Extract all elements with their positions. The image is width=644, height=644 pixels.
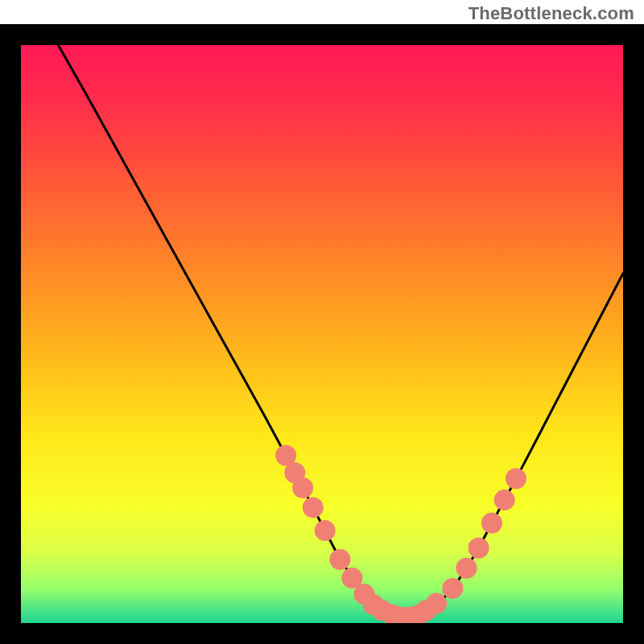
chart-frame	[0, 24, 644, 644]
curve-marker	[329, 549, 350, 570]
watermark-text: TheBottleneck.com	[469, 3, 634, 24]
curve-marker	[292, 477, 313, 498]
curve-marker	[442, 578, 463, 599]
chart-plot	[0, 24, 644, 644]
curve-marker	[481, 513, 502, 534]
curve-marker	[315, 520, 336, 541]
curve-marker	[506, 469, 526, 489]
curve-marker	[303, 497, 324, 518]
curve-marker	[426, 593, 447, 614]
curve-marker	[456, 558, 477, 579]
curve-marker	[469, 538, 489, 559]
curve-marker	[494, 489, 515, 510]
